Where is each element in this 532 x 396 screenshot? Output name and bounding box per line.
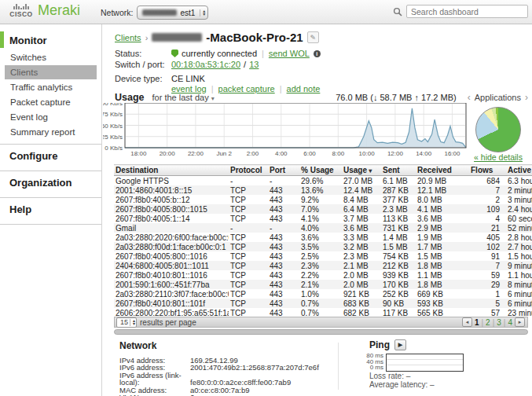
cell-sent: 754 KB — [381, 251, 416, 261]
sidebar-item-packet-capture[interactable]: Packet capture — [5, 95, 97, 109]
hide-details-link[interactable]: « hide details — [474, 152, 523, 162]
send-wol-link[interactable]: send WOL — [269, 49, 310, 58]
carousel-prev-icon[interactable]: ‹ — [468, 92, 471, 103]
sort-desc-icon: ▾ — [367, 167, 372, 174]
edit-client-name-icon[interactable]: ✎ — [307, 31, 319, 43]
cell-destination: 2607:f8b0:4005:800::1015 — [114, 204, 229, 214]
sidebar-section-monitor[interactable]: Monitor — [0, 31, 101, 50]
page-size-select[interactable]: 15 ▴▾ — [116, 317, 137, 328]
network-selector[interactable]: est1 ▴▾ — [137, 6, 208, 20]
cell-active-time: 9 minutes — [501, 261, 532, 270]
cell-usage: 2.0 MB — [342, 270, 381, 280]
cell-sent: 287 KB — [381, 185, 416, 195]
sidebar-item-switches[interactable]: Switches — [5, 50, 97, 64]
cell-port: 443 — [268, 204, 299, 214]
svg-text:0 Kb/s: 0 Kb/s — [105, 145, 123, 152]
cell-port: 443 — [268, 289, 299, 299]
cell-flows: 5 — [469, 299, 501, 308]
redacted-network-name — [142, 9, 177, 16]
sidebar-item-summary-report[interactable]: Summary report — [5, 125, 97, 139]
cell-usage: 3.2 MB — [342, 242, 381, 251]
sidebar-item-clients[interactable]: Clients — [5, 65, 97, 79]
usage-range-dropdown[interactable]: for the last day▾ — [152, 93, 215, 102]
page-3[interactable]: 3 — [497, 318, 501, 327]
cell-destination: 2a03:2880:f00d:1:face:b00c:0:1 — [114, 242, 229, 251]
cell-usage: 0.7% — [299, 299, 342, 308]
info-icon[interactable]: i — [314, 50, 321, 57]
page-2[interactable]: 2 — [486, 318, 490, 327]
cell-protocol: TCP — [229, 270, 268, 280]
cell-usage: 2.2% — [299, 270, 342, 280]
column-header-sent[interactable]: Sent — [381, 165, 416, 176]
page-4[interactable]: 4 — [508, 318, 512, 327]
network-value: est1 — [180, 9, 195, 17]
column-header-port[interactable]: Port — [268, 165, 299, 176]
ping-chart — [386, 354, 464, 372]
cell-received: 4.1 MB — [416, 204, 469, 214]
cell-received: 2.9 MB — [416, 223, 469, 233]
column-header-usage[interactable]: % Usage — [299, 165, 342, 176]
page-1[interactable]: 1 — [475, 318, 479, 327]
cell-sent: 113 KB — [381, 214, 416, 223]
cell-active-time: 2 minutes — [501, 185, 532, 195]
cell-port: 443 — [268, 261, 299, 270]
network-row-value: 2001:470:49b2:1:2568:877a:207d:7e6f — [190, 363, 319, 372]
column-header-active-time[interactable]: Active time — [501, 165, 532, 176]
cell-usage: 2.0 MB — [342, 280, 381, 289]
cell-protocol: TCP — [229, 204, 268, 214]
cell-usage: 3.7 MB — [342, 214, 381, 223]
network-row: IPv6 address (link-local):fe80:0:0:0:a2c… — [119, 372, 319, 387]
cell-flows: 2 — [469, 195, 501, 204]
redacted-client-name — [152, 33, 202, 42]
column-header-protocol[interactable]: Protocol — [229, 165, 268, 176]
sidebar-section-help[interactable]: Help — [0, 200, 101, 219]
ping-play-button[interactable]: ▶ — [394, 339, 406, 350]
cell-destination: 2607:f8b0:4005:b::12 — [114, 195, 229, 204]
svg-text:75 Kb/s: 75 Kb/s — [103, 111, 123, 118]
column-header-flows[interactable]: Flows — [469, 165, 501, 176]
page-next-button[interactable]: ▸ — [515, 317, 525, 327]
cell-flows: 4 — [469, 214, 501, 223]
column-header-usage[interactable]: Usage ▾ — [342, 165, 381, 176]
cell-destination: 2a03:2880:2020:6f00:face:b00c:0:1 — [114, 233, 229, 242]
cell-received: 1.9 MB — [416, 233, 469, 242]
search-input[interactable] — [406, 5, 528, 18]
switch-mac-link[interactable]: 00:18:0a:53:1c:20 — [171, 60, 240, 69]
cell-protocol: TCP — [229, 280, 268, 289]
sidebar-section-organization[interactable]: Organization — [0, 173, 101, 192]
ping-ytick: 0 ms — [363, 364, 383, 371]
svg-text:22:00: 22:00 — [188, 150, 204, 157]
svg-text:2:00: 2:00 — [247, 150, 259, 157]
dropdown-stepper-icon: ▴▾ — [200, 9, 205, 16]
svg-text:6:00: 6:00 — [303, 150, 316, 157]
sidebar: Monitor SwitchesClientsTraffic analytics… — [0, 24, 102, 396]
cell-received: 1.5 MB — [416, 251, 469, 261]
cell-active-time: 3 minutes — [501, 195, 532, 204]
cell-destination: Google HTTPS — [114, 176, 229, 186]
section-divider — [338, 343, 339, 390]
cell-destination: 2001:590:1:600::451f:77ba — [114, 280, 229, 289]
sidebar-section-configure[interactable]: Configure — [0, 146, 101, 166]
caret-down-icon: ▾ — [211, 95, 215, 102]
column-header-received[interactable]: Received — [416, 165, 469, 176]
cell-port: - — [268, 176, 299, 186]
cell-flows: 7 — [469, 185, 501, 195]
cell-sent: 1.4 MB — [381, 233, 416, 242]
connected-shield-icon — [171, 50, 178, 57]
horizontal-scrollbar[interactable] — [114, 329, 528, 335]
column-header-destination[interactable]: Destination — [114, 165, 229, 176]
sidebar-item-traffic-analytics[interactable]: Traffic analytics — [5, 80, 97, 94]
carousel-next-icon[interactable]: › — [525, 92, 528, 103]
cell-port: 443 — [268, 299, 299, 308]
breadcrumb-clients-link[interactable]: Clients — [115, 33, 141, 42]
sidebar-item-event-log[interactable]: Event log — [5, 110, 97, 124]
cell-usage: 9.2% — [299, 195, 342, 204]
cell-destination: 2607:f8b0:4005:1::14 — [114, 214, 229, 223]
page-prev-button[interactable]: ◂ — [462, 317, 472, 327]
switch-port-label: Switch / port: — [115, 60, 171, 69]
switch-port-link[interactable]: 13 — [249, 60, 259, 69]
table-row: 2a03:2880:2110:3f07:face:b00c:0:1TCP4431… — [114, 289, 532, 299]
cell-active-time: 6.3 hours — [501, 176, 532, 186]
svg-text:12:00: 12:00 — [387, 150, 404, 157]
status-value: currently connected — [182, 49, 257, 58]
